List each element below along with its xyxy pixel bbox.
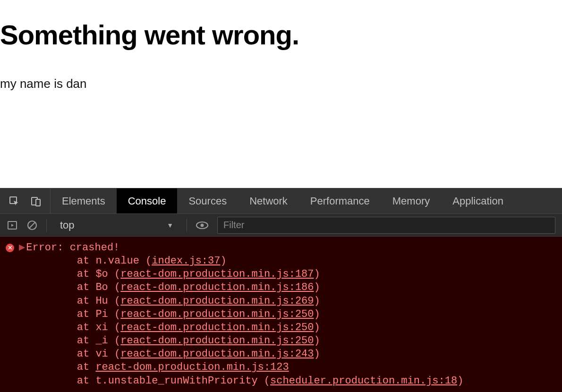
source-link[interactable]: react-dom.production.min.js:250 [120, 335, 314, 347]
tab-performance[interactable]: Performance [299, 188, 381, 213]
devtools-tabbar: Elements Console Sources Network Perform… [0, 188, 562, 214]
execution-context-select[interactable]: top ▼ [55, 217, 178, 233]
tab-sources[interactable]: Sources [177, 188, 238, 213]
sidebar-toggle-icon[interactable] [7, 220, 18, 231]
tab-console[interactable]: Console [117, 188, 178, 213]
page-content: Something went wrong. my name is dan [0, 0, 562, 188]
inspect-icon[interactable] [9, 196, 20, 207]
error-subtext: my name is dan [0, 77, 562, 91]
device-toolbar-icon[interactable] [30, 196, 42, 207]
tab-network[interactable]: Network [238, 188, 299, 213]
stack-frame: at _i (react-dom.production.min.js:250) [52, 334, 556, 348]
error-icon: ✕ [6, 244, 14, 252]
clear-console-icon[interactable] [26, 220, 38, 231]
svg-point-7 [201, 223, 204, 227]
error-heading: Something went wrong. [0, 19, 562, 51]
devtools-tabs: Elements Console Sources Network Perform… [51, 188, 515, 213]
tab-application[interactable]: Application [441, 188, 515, 213]
svg-rect-2 [36, 199, 40, 206]
stack-frame: at n.value (index.js:37) [52, 255, 556, 268]
console-toolbar: top ▼ [0, 214, 562, 237]
console-output: ✕ ▶Error: crashed! at n.value (index.js:… [0, 237, 562, 392]
live-expression-icon[interactable] [196, 220, 209, 231]
stack-frame: at vi (react-dom.production.min.js:243) [52, 348, 556, 361]
tab-elements[interactable]: Elements [51, 188, 117, 213]
source-link[interactable]: react-dom.production.min.js:243 [120, 348, 314, 360]
tab-memory[interactable]: Memory [381, 188, 441, 213]
stack-trace: at n.value (index.js:37) at $o (react-do… [6, 255, 556, 388]
context-label: top [60, 219, 75, 231]
chevron-down-icon: ▼ [167, 222, 173, 229]
source-link[interactable]: index.js:37 [152, 255, 220, 267]
stack-frame: at Bo (react-dom.production.min.js:186) [52, 281, 556, 294]
source-link[interactable]: react-dom.production.min.js:187 [120, 268, 314, 280]
source-link[interactable]: react-dom.production.min.js:123 [95, 361, 289, 373]
error-message: Error: crashed! [26, 242, 119, 254]
source-link[interactable]: scheduler.production.min.js:18 [270, 375, 457, 387]
stack-frame: at Hu (react-dom.production.min.js:269) [52, 295, 556, 308]
source-link[interactable]: react-dom.production.min.js:250 [120, 308, 314, 320]
devtools-panel: Elements Console Sources Network Perform… [0, 188, 562, 392]
stack-frame: at t.unstable_runWithPriority (scheduler… [52, 375, 556, 388]
stack-frame: at Pi (react-dom.production.min.js:250) [52, 308, 556, 321]
expand-caret-icon[interactable]: ▶ [19, 242, 25, 254]
source-link[interactable]: react-dom.production.min.js:186 [120, 281, 314, 293]
svg-line-5 [29, 222, 35, 228]
stack-frame: at $o (react-dom.production.min.js:187) [52, 268, 556, 281]
stack-frame: at xi (react-dom.production.min.js:250) [52, 321, 556, 334]
filter-input[interactable] [217, 217, 555, 234]
source-link[interactable]: react-dom.production.min.js:250 [120, 322, 314, 333]
source-link[interactable]: react-dom.production.min.js:269 [120, 295, 314, 307]
stack-frame: at react-dom.production.min.js:123 [52, 361, 556, 374]
